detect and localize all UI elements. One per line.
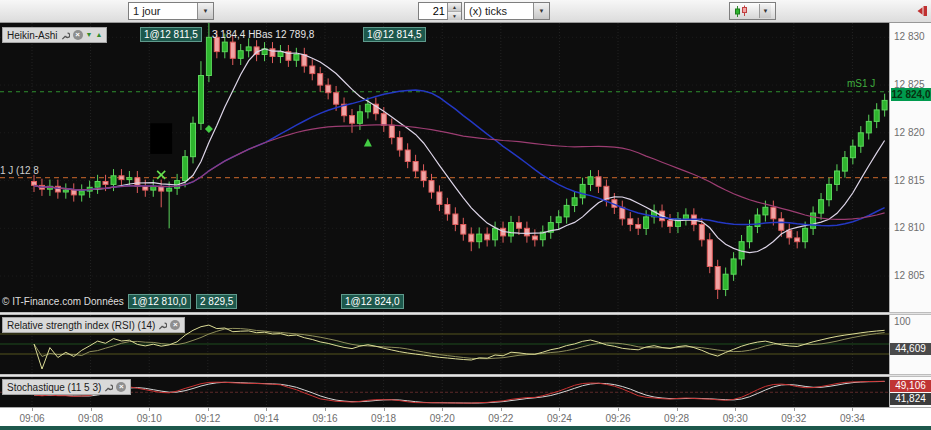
order-tag-2[interactable]: 2 829,5	[196, 294, 237, 309]
price-panel: Heikin-Ashi × ▼ ▲ 1@12 811,5 3 184,4 HBa…	[0, 23, 931, 312]
chevron-down-icon: ▼	[533, 3, 549, 19]
time-axis-tick	[677, 408, 678, 411]
time-axis-tick	[442, 408, 443, 411]
time-axis-label: 09:32	[777, 413, 811, 424]
price-axis-label: 12 815	[894, 175, 925, 186]
time-axis-label: 09:22	[484, 413, 518, 424]
trading-app: 1 jour ▼ ▲ ▼ (x) ticks ▼ ▼	[0, 0, 931, 430]
time-axis-label: 09:20	[425, 413, 459, 424]
time-axis-tick	[794, 408, 795, 411]
time-axis-label: 09:26	[601, 413, 635, 424]
toolbar: 1 jour ▼ ▲ ▼ (x) ticks ▼ ▼	[0, 0, 931, 23]
candlestick-icon	[734, 5, 751, 18]
arrow-up-icon[interactable]: ▲	[96, 30, 103, 40]
price-chart[interactable]	[0, 23, 889, 312]
time-axis-label: 09:30	[718, 413, 752, 424]
rsi-panel: Relative strength index (RSI) (14) × 100…	[0, 315, 931, 374]
rsi-title: Relative strength index (RSI) (14)	[7, 320, 155, 331]
spinner-buttons[interactable]: ▲ ▼	[447, 3, 461, 19]
indicator-chip: Heikin-Ashi × ▼ ▲	[2, 27, 107, 43]
price-axis-label: 12 830	[894, 31, 925, 42]
stochastic-title: Stochastique (11 5 3)	[7, 382, 101, 393]
time-axis-tick	[618, 408, 619, 411]
spin-up-icon[interactable]: ▲	[448, 3, 461, 12]
time-axis-tick	[208, 408, 209, 411]
ticks-unit-value: (x) ticks	[465, 5, 533, 17]
order-tag-center[interactable]: 1@12 824,0	[341, 294, 404, 309]
stochastic-axis: 49,106 41,824	[889, 377, 931, 407]
rsi-max-label: 100	[894, 316, 911, 327]
time-axis-tick	[559, 408, 560, 411]
time-axis-label: 09:28	[660, 413, 694, 424]
time-axis-label: 09:10	[132, 413, 166, 424]
chevron-down-icon: ▼	[197, 3, 213, 19]
rsi-value-badge: 44,609	[890, 343, 931, 355]
last-trade-tag[interactable]: 1@12 811,5	[140, 27, 202, 42]
wrench-icon[interactable]	[158, 321, 167, 330]
ms1-level-label: mS1 J	[847, 78, 875, 89]
time-axis-label: 09:12	[191, 413, 225, 424]
price-axis-label: 12 820	[894, 127, 925, 138]
close-icon[interactable]: ×	[116, 382, 126, 392]
rsi-chip: Relative strength index (RSI) (14) ×	[2, 317, 185, 333]
time-axis-label: 09:18	[367, 413, 401, 424]
undock-icon[interactable]	[916, 3, 929, 19]
ticks-unit-select[interactable]: (x) ticks ▼	[464, 2, 550, 20]
bottom-strip	[0, 426, 931, 430]
close-icon[interactable]: ×	[73, 30, 83, 40]
time-axis-tick	[266, 408, 267, 411]
timeframe-value: 1 jour	[129, 5, 197, 17]
spin-down-icon[interactable]: ▼	[448, 12, 461, 20]
stochastic-chart[interactable]	[0, 377, 889, 407]
time-axis-tick	[501, 408, 502, 411]
stochastic-chip: Stochastique (11 5 3) ×	[2, 379, 131, 395]
order-tag-1[interactable]: 1@12 810,0	[128, 294, 191, 309]
time-axis-label: 09:16	[308, 413, 342, 424]
close-icon[interactable]: ×	[170, 320, 180, 330]
wrench-icon[interactable]	[104, 383, 113, 392]
stoch-d-badge: 41,824	[890, 393, 931, 405]
copyright: © IT-Finance.com Données	[2, 296, 124, 307]
ticks-count-stepper[interactable]: ▲ ▼	[418, 2, 462, 20]
time-axis-tick	[852, 408, 853, 411]
time-axis[interactable]: 09:0609:0809:1009:1209:1409:1609:1809:20…	[0, 407, 931, 426]
chart-type-button[interactable]: ▼	[729, 2, 776, 20]
arrow-down-icon[interactable]: ▼	[86, 30, 93, 40]
stochastic-panel: Stochastique (11 5 3) × 49,106 41,824	[0, 377, 931, 407]
time-axis-tick	[384, 408, 385, 411]
time-axis-label: 09:34	[835, 413, 869, 424]
time-axis-tick	[149, 408, 150, 411]
indicator-label: Heikin-Ashi	[7, 30, 58, 41]
time-axis-tick	[735, 408, 736, 411]
s1-level-label: 1 J (12 8	[0, 165, 39, 176]
time-axis-label: 09:14	[249, 413, 283, 424]
time-axis-label: 09:06	[15, 413, 49, 424]
ohlc-info: 3 184,4 HBas 12 789,8	[212, 29, 314, 40]
time-axis-tick	[32, 408, 33, 411]
time-axis-tick	[91, 408, 92, 411]
ticks-count-input[interactable]	[419, 3, 447, 19]
chevron-down-icon: ▼	[759, 4, 771, 18]
price-axis-label: 12 825	[894, 79, 925, 90]
time-axis-label: 09:24	[542, 413, 576, 424]
price-axis[interactable]: 12 824,0 12 83012 82512 82012 81512 8101…	[889, 23, 931, 312]
price-axis-label: 12 810	[894, 222, 925, 233]
rsi-axis: 100 44,609	[889, 315, 931, 374]
stoch-k-badge: 49,106	[890, 380, 931, 392]
timeframe-select[interactable]: 1 jour ▼	[128, 2, 214, 20]
price-axis-label: 12 805	[894, 270, 925, 281]
time-axis-label: 09:08	[74, 413, 108, 424]
time-axis-tick	[325, 408, 326, 411]
price-marker-tag[interactable]: 1@12 814,5	[363, 27, 426, 42]
wrench-icon[interactable]	[61, 31, 70, 40]
